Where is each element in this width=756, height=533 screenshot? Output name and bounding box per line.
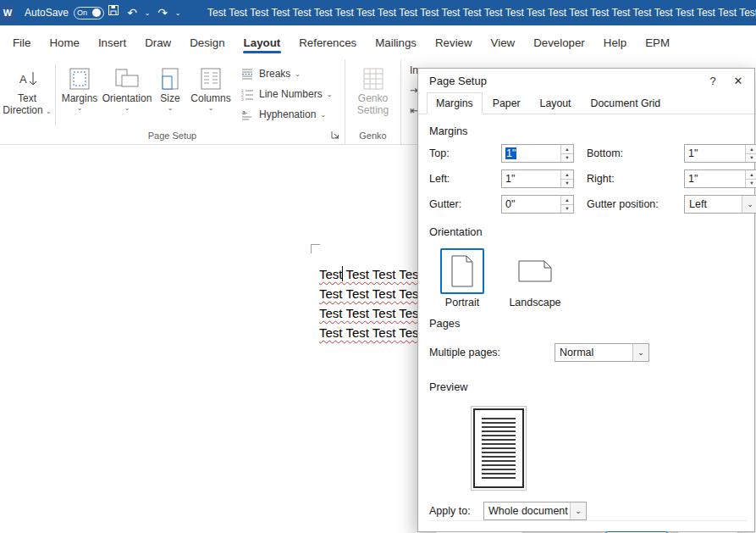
redo-icon[interactable]: ↷ [153, 0, 172, 25]
gutter-input[interactable]: 0" [502, 196, 560, 213]
autosave-label: AutoSave [25, 7, 69, 19]
line-numbers-icon: 1 2 3 [240, 86, 255, 102]
dialog-tab-layout[interactable]: Layout [531, 92, 581, 114]
dialog-tab-strip: Margins Paper Layout Document Grid [418, 92, 754, 114]
margins-button[interactable]: Margins ⌄ [58, 61, 101, 129]
tab-view[interactable]: View [482, 31, 525, 55]
tab-developer[interactable]: Developer [524, 31, 594, 55]
right-input[interactable]: 1" [685, 170, 745, 187]
tab-mailings[interactable]: Mailings [366, 31, 426, 55]
dialog-body: Margins Top: 1" ▴ ▾ Bottom: 1" ▴ ▾ Left: [418, 114, 754, 533]
dialog-tab-paper[interactable]: Paper [483, 92, 530, 114]
pages-section-label: Pages [429, 317, 748, 330]
columns-label: Columns [190, 92, 230, 104]
breaks-button[interactable]: Breaks ⌄ [240, 66, 332, 81]
genko-setting-icon [361, 65, 385, 92]
line-numbers-label: Line Numbers [259, 88, 323, 100]
tab-insert[interactable]: Insert [89, 31, 135, 55]
text-direction-button[interactable]: A Text Direction ⌄ [2, 61, 52, 129]
spin-up-button[interactable]: ▴ [746, 145, 756, 153]
spin-up-button[interactable]: ▴ [561, 145, 573, 153]
orientation-portrait-option[interactable]: Portrait [436, 248, 488, 308]
orientation-label: Orientation [102, 92, 152, 104]
close-icon[interactable]: ✕ [726, 69, 751, 92]
tab-layout[interactable]: Layout [235, 31, 290, 55]
undo-icon[interactable]: ↶ [123, 0, 141, 25]
genko-setting-label-1: Genko [358, 92, 388, 104]
spin-up-button[interactable]: ▴ [561, 196, 573, 204]
hyphenation-button[interactable]: a- Hyphenation ⌄ [240, 107, 332, 122]
dialog-tab-margins[interactable]: Margins [427, 92, 483, 114]
bottom-spinner: ▴ ▾ [745, 145, 756, 162]
apply-to-dropdown[interactable]: Whole document ⌄ [483, 502, 587, 520]
spin-up-button[interactable]: ▴ [746, 170, 756, 179]
line-numbers-button[interactable]: 1 2 3 Line Numbers ⌄ [240, 86, 332, 102]
margins-label: Margins [62, 92, 98, 104]
genko-buttons: Genko Setting [345, 59, 400, 129]
preview-text-lines [482, 418, 516, 479]
text-direction-label-text: Direction [3, 104, 42, 116]
tab-references[interactable]: References [290, 31, 366, 55]
margins-section-label: Margins [429, 125, 748, 137]
columns-button[interactable]: Columns ⌄ [187, 61, 235, 129]
spin-down-button[interactable]: ▾ [561, 179, 573, 188]
chevron-down-icon: ⌄ [632, 344, 648, 361]
tab-design[interactable]: Design [180, 31, 234, 55]
margins-fields: Top: 1" ▴ ▾ Bottom: 1" ▴ ▾ Left: 1" [429, 144, 748, 214]
save-icon[interactable] [104, 0, 123, 25]
genko-group: Genko Setting Genko [345, 59, 401, 144]
page-setup-dialog: Page Setup ? ✕ Margins Paper Layout Docu… [417, 68, 755, 532]
title-bar: W AutoSave On ↶ ⌄ ↷ ⌄ Test Test Test Tes… [0, 0, 756, 25]
tab-home[interactable]: Home [40, 31, 88, 55]
text-direction-label-2: Direction ⌄ [3, 104, 51, 116]
chevron-down-icon: ⌄ [570, 502, 586, 519]
gutter-position-dropdown[interactable]: Left ⌄ [684, 195, 756, 214]
top-input[interactable]: 1" [502, 145, 560, 162]
tab-epm[interactable]: EPM [636, 31, 679, 55]
spin-down-button[interactable]: ▾ [746, 179, 756, 188]
portrait-label: Portrait [445, 297, 479, 308]
help-icon[interactable]: ? [700, 69, 726, 92]
undo-dropdown-icon[interactable]: ⌄ [141, 9, 153, 17]
gutter-spinner: ▴ ▾ [560, 196, 573, 213]
left-input[interactable]: 1" [502, 170, 560, 187]
tab-review[interactable]: Review [426, 31, 482, 55]
svg-text:a-: a- [242, 109, 248, 115]
chevron-down-icon: ⌄ [208, 104, 214, 112]
size-label: Size [160, 92, 179, 104]
orientation-options: Portrait Landscape [429, 248, 748, 308]
spin-down-button[interactable]: ▾ [561, 153, 573, 163]
tab-file[interactable]: File [3, 31, 40, 55]
spin-up-button[interactable]: ▴ [561, 170, 573, 179]
autosave-control: AutoSave On [25, 7, 104, 19]
bottom-input[interactable]: 1" [685, 145, 745, 162]
autosave-toggle[interactable]: On [74, 7, 104, 19]
quick-access-more-icon[interactable]: ⌄ [172, 9, 184, 17]
page-setup-dialog-launcher-icon[interactable] [329, 130, 341, 142]
right-field: 1" ▴ ▾ [684, 169, 756, 188]
spin-down-button[interactable]: ▾ [561, 204, 573, 214]
orientation-landscape-option[interactable]: Landscape [509, 248, 561, 308]
spin-down-button[interactable]: ▾ [746, 153, 756, 163]
tab-help[interactable]: Help [594, 31, 636, 55]
dialog-title: Page Setup [429, 75, 700, 87]
chevron-down-icon: ⌄ [124, 104, 130, 112]
chevron-down-icon: ⌄ [327, 91, 333, 98]
margins-icon [68, 65, 91, 92]
page-setup-group-label: Page Setup [148, 130, 197, 141]
svg-text:A: A [19, 73, 27, 86]
columns-icon [199, 65, 223, 92]
dialog-tab-document-grid[interactable]: Document Grid [582, 92, 670, 114]
size-button[interactable]: Size ⌄ [153, 61, 187, 129]
tab-draw[interactable]: Draw [135, 31, 180, 55]
multiple-pages-dropdown[interactable]: Normal ⌄ [555, 343, 649, 362]
multiple-pages-label: Multiple pages: [429, 347, 555, 358]
breaks-icon [240, 66, 255, 81]
top-label: Top: [429, 147, 488, 159]
landscape-page-icon [513, 248, 557, 294]
top-spinner: ▴ ▾ [560, 145, 573, 162]
orientation-button[interactable]: Orientation ⌄ [101, 61, 153, 129]
page-setup-group: A Text Direction ⌄ [0, 59, 345, 144]
genko-setting-button[interactable]: Genko Setting [349, 61, 398, 129]
chevron-down-icon: ⌄ [168, 104, 174, 112]
